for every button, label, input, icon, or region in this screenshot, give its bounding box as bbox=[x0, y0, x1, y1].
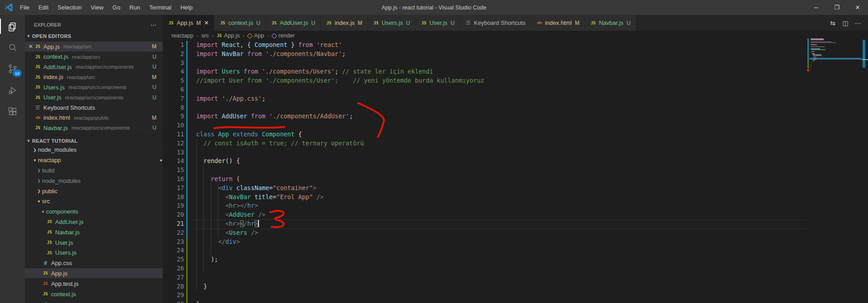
restore-button[interactable]: ❐ bbox=[826, 0, 847, 15]
tree-file-App.css[interactable]: #App.css bbox=[25, 258, 163, 268]
chevron-right-icon: ❯ bbox=[36, 178, 42, 183]
overview-ruler-scrollbar[interactable] bbox=[862, 36, 868, 303]
open-editor-item[interactable]: ✕JSApp.jsreactapp\srcM bbox=[25, 42, 163, 51]
tree-folder-reactapp[interactable]: ▼reactapp● bbox=[25, 155, 163, 165]
code-editor[interactable]: 1import React, { Component } from 'react… bbox=[163, 41, 809, 303]
activitybar-explorer-icon[interactable] bbox=[0, 16, 25, 37]
tree-file-User.js[interactable]: JSUser.jsU bbox=[25, 238, 163, 247]
tree-file-Users.js[interactable]: JSUsers.jsU bbox=[25, 248, 163, 258]
breadcrumb-item-render[interactable]: render bbox=[272, 33, 295, 39]
open-editor-item[interactable]: JSAddUser.jsreactapp\src\componentsU bbox=[25, 62, 163, 72]
menu-edit[interactable]: Edit bbox=[34, 0, 53, 15]
breadcrumb-item-app[interactable]: App bbox=[248, 33, 264, 39]
menu-go[interactable]: Go bbox=[108, 0, 125, 15]
split-editor-icon[interactable]: ◫ bbox=[839, 19, 852, 27]
tab-close-icon[interactable]: ✕ bbox=[204, 19, 209, 26]
modified-dot: ● bbox=[160, 158, 162, 163]
open-editor-item[interactable]: ☰Keyboard Shortcuts bbox=[25, 103, 163, 112]
close-editor-icon[interactable]: ✕ bbox=[27, 43, 34, 50]
tree-file-App.test.js[interactable]: JSApp.test.js bbox=[25, 279, 163, 289]
tree-folder-src[interactable]: ▼src● bbox=[25, 196, 163, 206]
tree-folder-node_modules[interactable]: ❯node_modules bbox=[25, 145, 163, 155]
tab-context-js[interactable]: JScontext.jsU bbox=[214, 15, 266, 31]
open-editor-item[interactable]: JSUsers.jsreactapp\src\componentsU bbox=[25, 82, 163, 92]
menu-run[interactable]: Run bbox=[125, 0, 145, 15]
more-actions-icon[interactable]: ⋯ bbox=[852, 19, 864, 27]
code-line-19: <hr></hr> bbox=[196, 201, 258, 210]
chevron-right-icon: ❯ bbox=[36, 168, 42, 172]
tree-header-react-tutorial[interactable]: ▼REACT TUTORIAL bbox=[25, 135, 163, 146]
html-file-icon: <> bbox=[536, 19, 542, 26]
open-editor-item[interactable]: JSNavbar.jsreactapp\src\componentsU bbox=[25, 123, 163, 133]
open-editor-item[interactable]: JScontext.jsreactapp\srcU bbox=[25, 52, 163, 62]
chevron-down-icon: ▼ bbox=[36, 199, 42, 204]
menu-view[interactable]: View bbox=[86, 0, 108, 15]
tab-index-js[interactable]: JSindex.jsM bbox=[321, 15, 368, 31]
js-file-icon: JS bbox=[34, 94, 41, 101]
code-line-7: import './App.css'; bbox=[196, 94, 265, 103]
overview-ruler-cursor-mark bbox=[862, 59, 868, 60]
tree-item-label: App.js bbox=[51, 270, 67, 277]
line-number: 11 bbox=[164, 130, 184, 139]
tree-folder-node_modules[interactable]: ❯node_modules bbox=[25, 176, 163, 186]
breadcrumb-item-app.js[interactable]: JSApp.js bbox=[217, 33, 240, 39]
minimap[interactable] bbox=[807, 36, 862, 77]
open-editors-header[interactable]: ▼OPEN EDITORS bbox=[25, 31, 163, 41]
tree-file-context.js[interactable]: JScontext.jsU bbox=[25, 289, 163, 299]
explorer-more-actions[interactable]: ⋯ bbox=[147, 20, 160, 29]
open-editor-item[interactable]: JSUser.jsreactapp\src\componentsU bbox=[25, 93, 163, 103]
breadcrumb-separator: › bbox=[267, 33, 269, 38]
tab-keyboard-shortcuts[interactable]: ☰Keyboard Shortcuts bbox=[460, 15, 531, 31]
tab-index-html[interactable]: <>index.htmlM bbox=[531, 15, 585, 31]
git-status-badge: U bbox=[152, 54, 156, 60]
code-line-14: render() { bbox=[196, 157, 240, 166]
tree-item-label: User.js bbox=[55, 239, 73, 246]
tree-item-label: Navbar.js bbox=[55, 229, 80, 236]
minimap-line bbox=[813, 55, 822, 56]
menu-selection[interactable]: Selection bbox=[53, 0, 86, 15]
open-changes-icon[interactable]: ⇆ bbox=[826, 19, 839, 27]
js-file-icon: JS bbox=[34, 84, 41, 91]
breadcrumb-item-reactapp[interactable]: reactapp bbox=[171, 33, 193, 39]
activitybar-extensions-icon[interactable] bbox=[0, 101, 25, 121]
line-number: 22 bbox=[164, 228, 184, 238]
explorer-title: EXPLORER bbox=[25, 20, 163, 29]
tree-folder-components[interactable]: ▼components● bbox=[25, 207, 163, 217]
code-line-23: </div> bbox=[196, 238, 240, 247]
tree-folder-public[interactable]: ❯public● bbox=[25, 186, 163, 196]
activitybar-source-control-icon[interactable]: 10 bbox=[0, 58, 25, 79]
tab-app-js[interactable]: JSApp.jsM✕ bbox=[163, 15, 214, 31]
menu-terminal[interactable]: Terminal bbox=[145, 0, 176, 15]
menu-file[interactable]: File bbox=[15, 0, 34, 15]
minimize-button[interactable]: ─ bbox=[806, 0, 826, 15]
tab-navbar-js[interactable]: JSNavbar.jsU bbox=[585, 15, 636, 31]
line-number: 9 bbox=[164, 112, 184, 121]
tree-item-label: App.css bbox=[51, 260, 72, 266]
tab-user-js[interactable]: JSUser.jsU bbox=[415, 15, 460, 31]
close-button[interactable]: ✕ bbox=[847, 0, 868, 15]
title-bar: FileEditSelectionViewGoRunTerminalHelp A… bbox=[0, 0, 868, 15]
tree-file-Navbar.js[interactable]: JSNavbar.jsU bbox=[25, 227, 163, 237]
activitybar-run-debug-icon[interactable] bbox=[0, 79, 25, 100]
tree-file-App.js[interactable]: JSApp.jsM bbox=[25, 268, 163, 278]
tree-file-partial[interactable]: # bbox=[25, 299, 163, 303]
code-line-9: import AddUser from './components/AddUse… bbox=[196, 112, 353, 121]
tab-label: App.js bbox=[177, 19, 193, 26]
open-editor-label: User.js bbox=[43, 94, 61, 101]
tree-folder-build[interactable]: ❯build bbox=[25, 165, 163, 175]
menu-help[interactable]: Help bbox=[176, 0, 197, 15]
activitybar-search-icon[interactable] bbox=[0, 37, 25, 58]
code-line-12: // const isAuth = true; // ternary opera… bbox=[196, 139, 364, 148]
open-editor-item[interactable]: JSindex.jsreactapp\srcM bbox=[25, 72, 163, 82]
line-number: 15 bbox=[164, 166, 184, 175]
tab-users-js[interactable]: JSUsers.jsU bbox=[368, 15, 415, 31]
open-editor-item[interactable]: <>index.htmlreactapp\publicM bbox=[25, 113, 163, 123]
tab-git-badge: M bbox=[575, 20, 580, 26]
breadcrumb-item-src[interactable]: src bbox=[201, 33, 209, 39]
tab-adduser-js[interactable]: JSAddUser.jsU bbox=[266, 15, 321, 31]
chevron-down-icon: ▼ bbox=[40, 210, 46, 214]
tree-file-AddUser.js[interactable]: JSAddUser.jsU bbox=[25, 217, 163, 227]
minimap-red-mark bbox=[807, 69, 809, 71]
line-number: 16 bbox=[164, 175, 184, 184]
line-number: 26 bbox=[164, 264, 184, 273]
